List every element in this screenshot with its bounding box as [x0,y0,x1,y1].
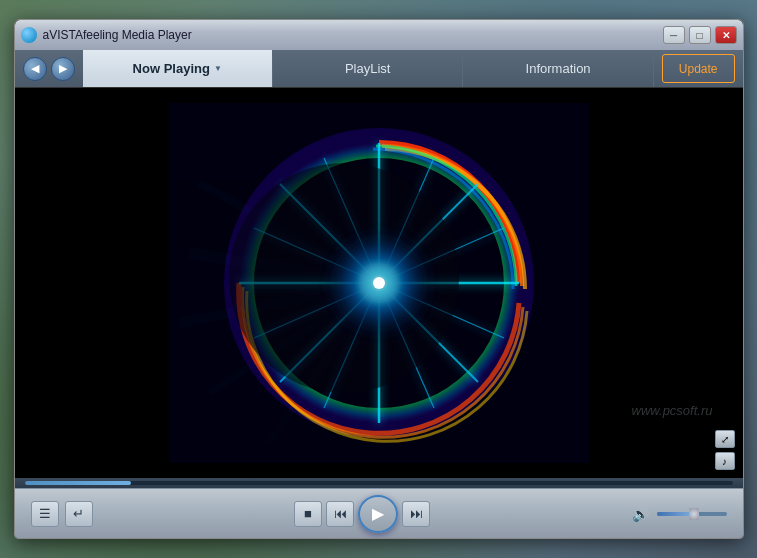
nav-bar: ◀ ▶ Now Playing PlayList Information Upd… [15,50,743,88]
controls-bar: ☰ ↵ ■ ⏮ ▶ ⏭ 🔊 [15,488,743,538]
nav-tabs: Now Playing PlayList Information [83,50,654,87]
title-buttons: ─ □ ✕ [663,26,737,44]
corner-icons: ⤢ ♪ [715,430,735,470]
return-button[interactable]: ↵ [65,501,93,527]
progress-track[interactable] [25,481,733,485]
tab-information[interactable]: Information [463,50,653,87]
progress-area[interactable] [15,478,743,488]
title-bar: aVISTAfeeling Media Player ─ □ ✕ [15,20,743,50]
visualization [15,88,743,478]
controls-right: 🔊 [632,506,727,522]
media-player-window: aVISTAfeeling Media Player ─ □ ✕ ◀ ▶ Now… [14,19,744,539]
title-bar-left: aVISTAfeeling Media Player [21,27,192,43]
svg-point-29 [373,277,385,289]
stop-button[interactable]: ■ [294,501,322,527]
minimize-button[interactable]: ─ [663,26,685,44]
controls-left: ☰ ↵ [31,501,93,527]
volume-icon: 🔊 [632,506,649,522]
prev-button[interactable]: ⏮ [326,501,354,527]
watermark: www.pcsoft.ru [632,403,713,418]
close-button[interactable]: ✕ [715,26,737,44]
app-icon [21,27,37,43]
maximize-button[interactable]: □ [689,26,711,44]
play-button[interactable]: ▶ [358,495,398,533]
forward-button[interactable]: ▶ [51,57,75,81]
resize-icon[interactable]: ⤢ [715,430,735,448]
back-button[interactable]: ◀ [23,57,47,81]
playlist-button[interactable]: ☰ [31,501,59,527]
update-button[interactable]: Update [662,54,735,83]
tab-playlist[interactable]: PlayList [273,50,463,87]
equalizer-icon[interactable]: ♪ [715,452,735,470]
window-title: aVISTAfeeling Media Player [43,28,192,42]
volume-thumb [689,508,699,520]
tab-now-playing[interactable]: Now Playing [83,50,273,87]
controls-center: ■ ⏮ ▶ ⏭ [294,495,430,533]
progress-fill [25,481,131,485]
video-area: ⤢ ♪ www.pcsoft.ru [15,88,743,478]
volume-slider[interactable] [657,512,727,516]
next-button[interactable]: ⏭ [402,501,430,527]
nav-arrows: ◀ ▶ [15,50,83,87]
